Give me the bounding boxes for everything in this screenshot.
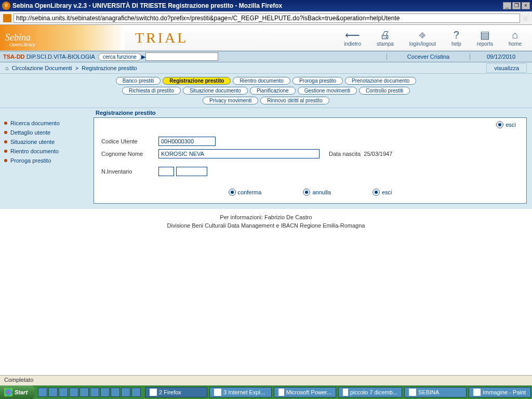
- sidebar: Ricerca documentoDettaglio utenteSituazi…: [0, 108, 94, 209]
- tab-banco-prestiti[interactable]: Banco prestiti: [116, 77, 161, 85]
- logo: Sebina OpenLibrary: [0, 25, 125, 50]
- home-icon: ⌂: [509, 29, 522, 41]
- sidebar-item-rientro-documento[interactable]: Rientro documento: [4, 147, 89, 156]
- home-button[interactable]: ⌂home: [509, 29, 522, 47]
- search-label: cerca funzione: [98, 53, 141, 61]
- minimize-button[interactable]: _: [503, 2, 511, 9]
- function-search-input[interactable]: [145, 52, 218, 61]
- app-icon: [409, 389, 416, 396]
- inventario-input-1[interactable]: [158, 167, 174, 176]
- taskbar-item[interactable]: Microsoft Power...: [274, 387, 336, 397]
- cognome-nome-input[interactable]: [158, 149, 320, 158]
- tab-row: Banco prestitiRegistrazione prestitoRien…: [0, 74, 532, 108]
- radio-icon: [303, 189, 310, 196]
- bullet-icon: [4, 140, 7, 143]
- app-icon: [214, 389, 221, 396]
- login-icon: ⎆: [409, 29, 436, 41]
- annulla-button[interactable]: annulla: [303, 189, 330, 196]
- breadcrumb-home-icon[interactable]: ⌂: [5, 65, 9, 71]
- taskbar-item[interactable]: SEBINA: [404, 387, 467, 397]
- tab-situazione-documento[interactable]: Situazione documento: [183, 87, 248, 95]
- print-button[interactable]: 🖨stampa: [377, 29, 394, 47]
- sidebar-item-proroga-prestito[interactable]: Proroga prestito: [4, 156, 89, 165]
- info-bar: TSA-DD DIP.SCI.D.VITA-BIOLOGIA cerca fun…: [0, 51, 532, 62]
- main-area: Ricerca documentoDettaglio utenteSituazi…: [0, 108, 532, 209]
- login-button[interactable]: ⎆login/logout: [409, 29, 436, 47]
- inventario-label: N.Inventario: [101, 168, 153, 175]
- tab-controllo-prestiti[interactable]: Controllo prestiti: [359, 87, 410, 95]
- quicklaunch-icon[interactable]: [59, 388, 68, 397]
- app-header: Sebina OpenLibrary Trial ⟵indietro 🖨stam…: [0, 25, 532, 51]
- tab-proroga-prestito[interactable]: Proroga prestito: [292, 77, 343, 85]
- function-search: cerca funzione▶: [98, 52, 218, 61]
- breadcrumb-l1[interactable]: Circolazione Documenti: [12, 65, 72, 71]
- tab-rinnovo-diritti-al-prestito[interactable]: Rinnovo diritti al prestito: [260, 97, 329, 104]
- inventario-input-2[interactable]: [176, 167, 207, 176]
- help-button[interactable]: ?help: [451, 29, 461, 47]
- radio-icon: [229, 189, 236, 196]
- form-panel: Registrazione prestito esci Codice Utent…: [94, 108, 532, 209]
- back-button[interactable]: ⟵indietro: [344, 29, 361, 47]
- radio-icon: [496, 121, 503, 128]
- window-buttons: _ ❐ ×: [503, 2, 530, 9]
- taskbar-item[interactable]: Immagine - Paint: [469, 387, 531, 397]
- quick-launch: [35, 388, 144, 397]
- taskbar-item[interactable]: 3 Internet Expl...: [209, 387, 272, 397]
- back-arrow-icon: ⟵: [344, 29, 361, 41]
- tab-richiesta-di-prestito[interactable]: Richiesta di prestito: [122, 87, 181, 95]
- reports-icon: ▤: [477, 29, 493, 41]
- bullet-icon: [4, 150, 7, 153]
- windows-logo-icon: [4, 388, 12, 396]
- tab-pianificazione[interactable]: Pianificazione: [250, 87, 296, 95]
- radio-icon: [373, 189, 380, 196]
- breadcrumb: ⌂ Circolazione Documenti > Registrazione…: [0, 62, 532, 74]
- app-icon: [278, 389, 284, 396]
- tab-gestione-movimenti[interactable]: Gestione movimenti: [298, 87, 357, 95]
- quicklaunch-icon[interactable]: [111, 388, 120, 397]
- quicklaunch-icon[interactable]: [90, 388, 99, 397]
- tab-privacy-movimenti[interactable]: Privacy movimenti: [203, 97, 258, 104]
- sidebar-item-dettaglio-utente[interactable]: Dettaglio utente: [4, 128, 89, 137]
- tab-registrazione-prestito[interactable]: Registrazione prestito: [163, 77, 231, 85]
- quicklaunch-icon[interactable]: [121, 388, 130, 397]
- window-title: Sebina OpenLibrary v.2.3 - UNIVERSITÀ DI…: [12, 2, 503, 9]
- maximize-button[interactable]: ❐: [512, 2, 521, 9]
- app-icon: [150, 389, 157, 396]
- windows-taskbar: Start 2 Firefox3 Internet Expl...Microso…: [0, 385, 532, 399]
- breadcrumb-l2: Registrazione prestito: [82, 65, 137, 71]
- site-favicon: [3, 14, 11, 22]
- quicklaunch-icon[interactable]: [48, 388, 58, 397]
- browser-statusbar: Completato: [0, 375, 532, 385]
- sidebar-item-ricerca-documento[interactable]: Ricerca documento: [4, 118, 89, 128]
- sidebar-item-situazione-utente[interactable]: Situazione utente: [4, 137, 89, 147]
- panel-body: esci Codice Utente Cognome Nome Data nas…: [94, 117, 527, 204]
- esci-top-button[interactable]: esci: [496, 121, 516, 128]
- taskbar-item[interactable]: piccolo 7 dicemb...: [338, 387, 402, 397]
- footer-line1: Per informazioni: Fabrizio De Castro: [0, 209, 532, 222]
- address-bar: ☆: [0, 11, 532, 25]
- reports-button[interactable]: ▤reports: [477, 29, 493, 47]
- quicklaunch-icon[interactable]: [69, 388, 78, 397]
- quicklaunch-icon[interactable]: [131, 388, 141, 397]
- codice-utente-input[interactable]: [158, 137, 216, 146]
- bullet-icon: [4, 159, 7, 162]
- quicklaunch-icon[interactable]: [100, 388, 110, 397]
- tab-rientro-documento[interactable]: Rientro documento: [233, 77, 290, 85]
- bullet-icon: [4, 122, 7, 125]
- visualizza-button[interactable]: visualizza: [486, 63, 527, 73]
- institution: TSA-DD DIP.SCI.D.VITA-BIOLOGIA: [0, 54, 98, 60]
- quicklaunch-icon[interactable]: [79, 388, 89, 397]
- url-input[interactable]: [14, 14, 520, 23]
- bookmark-star-icon[interactable]: ☆: [522, 14, 529, 22]
- close-button[interactable]: ×: [522, 2, 530, 9]
- esci-button[interactable]: esci: [373, 189, 392, 196]
- quicklaunch-icon[interactable]: [38, 388, 47, 397]
- header-toolbar: ⟵indietro 🖨stampa ⎆login/logout ?help ▤r…: [344, 25, 532, 50]
- taskbar-item[interactable]: 2 Firefox: [145, 387, 207, 397]
- start-button[interactable]: Start: [0, 385, 35, 399]
- printer-icon: 🖨: [377, 29, 394, 41]
- firefox-icon: ff: [2, 2, 10, 10]
- conferma-button[interactable]: conferma: [229, 189, 262, 196]
- data-nascita-label: Data nascita 25/03/1947: [329, 151, 392, 157]
- tab-prenotazione-documento[interactable]: Prenotazione documento: [345, 77, 416, 85]
